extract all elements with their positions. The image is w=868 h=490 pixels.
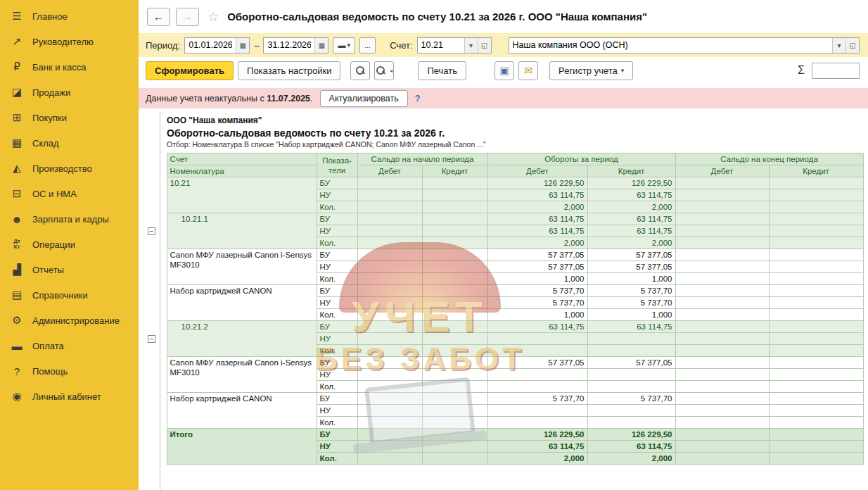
row-name[interactable]: 10.21	[167, 177, 317, 213]
chevron-down-icon[interactable]: ▾	[464, 38, 478, 53]
actualize-button[interactable]: Актуализировать	[320, 90, 408, 107]
value-cell[interactable]: 1,000	[487, 309, 587, 321]
value-cell[interactable]	[422, 357, 487, 369]
value-cell[interactable]	[675, 177, 769, 189]
value-cell[interactable]	[422, 441, 487, 453]
row-name[interactable]: Canon МФУ лазерный Canon i-Sensys MF3010	[167, 357, 317, 393]
value-cell[interactable]	[675, 249, 769, 261]
value-cell[interactable]	[769, 405, 863, 417]
sidebar-item-rukovoditelyu[interactable]: ↗Руководителю	[0, 29, 139, 54]
value-cell[interactable]	[357, 405, 422, 417]
value-cell[interactable]	[769, 249, 863, 261]
sidebar-item-prodazhi[interactable]: ◪Продажи	[0, 80, 139, 105]
calendar-icon[interactable]: ▦	[314, 38, 328, 53]
value-cell[interactable]	[769, 357, 863, 369]
period-from-input[interactable]	[185, 38, 236, 53]
sidebar-item-operacii[interactable]: Дт КтОперации	[0, 232, 139, 257]
value-cell[interactable]	[675, 405, 769, 417]
value-cell[interactable]	[769, 429, 863, 441]
favorite-star-icon[interactable]: ☆	[208, 9, 219, 25]
value-cell[interactable]	[769, 189, 863, 201]
value-cell[interactable]	[487, 345, 587, 357]
value-cell[interactable]: 63 114,75	[487, 321, 587, 333]
value-cell[interactable]: 63 114,75	[587, 213, 675, 225]
value-cell[interactable]	[422, 213, 487, 225]
value-cell[interactable]	[675, 213, 769, 225]
row-name[interactable]: 10.21.1	[167, 213, 317, 249]
value-cell[interactable]: 57 377,05	[487, 249, 587, 261]
sidebar-item-os-i-nma[interactable]: ⊟ОС и НМА	[0, 181, 139, 206]
value-cell[interactable]: 2,000	[487, 237, 587, 249]
value-cell[interactable]	[422, 369, 487, 381]
value-cell[interactable]: 63 114,75	[587, 189, 675, 201]
value-cell[interactable]: 63 114,75	[487, 441, 587, 453]
value-cell[interactable]	[675, 345, 769, 357]
value-cell[interactable]	[675, 201, 769, 213]
value-cell[interactable]	[769, 285, 863, 297]
value-cell[interactable]: 5 737,70	[587, 297, 675, 309]
value-cell[interactable]	[357, 309, 422, 321]
value-cell[interactable]	[675, 237, 769, 249]
value-cell[interactable]	[487, 369, 587, 381]
show-settings-button[interactable]: Показать настройки	[238, 61, 340, 80]
value-cell[interactable]	[357, 189, 422, 201]
value-cell[interactable]	[769, 237, 863, 249]
search-button[interactable]	[350, 61, 370, 80]
value-cell[interactable]	[422, 333, 487, 345]
value-cell[interactable]	[675, 369, 769, 381]
sidebar-item-oplata[interactable]: ▬Оплата	[0, 333, 139, 358]
value-cell[interactable]	[769, 177, 863, 189]
value-cell[interactable]	[769, 453, 863, 465]
register-menu-button[interactable]: Регистр учета ▾	[549, 61, 633, 80]
value-cell[interactable]: 5 737,70	[587, 393, 675, 405]
period-preset-button[interactable]: ▬▾	[333, 37, 355, 54]
period-more-button[interactable]: ...	[359, 37, 376, 54]
value-cell[interactable]	[587, 381, 675, 393]
value-cell[interactable]: 57 377,05	[587, 357, 675, 369]
value-cell[interactable]	[357, 429, 422, 441]
value-cell[interactable]	[422, 417, 487, 429]
value-cell[interactable]	[422, 225, 487, 237]
value-cell[interactable]	[422, 297, 487, 309]
value-cell[interactable]	[357, 237, 422, 249]
value-cell[interactable]: 126 229,50	[587, 429, 675, 441]
open-form-icon[interactable]: ◱	[478, 38, 491, 53]
value-cell[interactable]: 57 377,05	[587, 261, 675, 273]
value-cell[interactable]	[769, 297, 863, 309]
value-cell[interactable]	[675, 321, 769, 333]
value-cell[interactable]	[422, 381, 487, 393]
value-cell[interactable]	[422, 261, 487, 273]
value-cell[interactable]	[422, 429, 487, 441]
value-cell[interactable]	[422, 201, 487, 213]
value-cell[interactable]	[357, 213, 422, 225]
value-cell[interactable]: 57 377,05	[487, 261, 587, 273]
value-cell[interactable]	[422, 321, 487, 333]
value-cell[interactable]	[357, 225, 422, 237]
value-cell[interactable]	[675, 357, 769, 369]
value-cell[interactable]	[675, 309, 769, 321]
save-button[interactable]: ▣	[494, 61, 514, 80]
value-cell[interactable]	[675, 393, 769, 405]
value-cell[interactable]	[675, 417, 769, 429]
value-cell[interactable]	[675, 273, 769, 285]
value-cell[interactable]: 5 737,70	[487, 297, 587, 309]
value-cell[interactable]	[422, 453, 487, 465]
value-cell[interactable]	[769, 213, 863, 225]
send-email-button[interactable]: ✉	[518, 61, 538, 80]
value-cell[interactable]	[587, 369, 675, 381]
sidebar-item-pokupki[interactable]: ⊞Покупки	[0, 105, 139, 130]
value-cell[interactable]	[769, 441, 863, 453]
print-button[interactable]: Печать	[418, 61, 466, 80]
row-name[interactable]: Итого	[167, 429, 317, 465]
value-cell[interactable]	[675, 189, 769, 201]
value-cell[interactable]	[422, 393, 487, 405]
value-cell[interactable]	[422, 405, 487, 417]
sidebar-item-spravochniki[interactable]: ▤Справочники	[0, 282, 139, 308]
value-cell[interactable]	[422, 345, 487, 357]
value-cell[interactable]: 63 114,75	[587, 321, 675, 333]
value-cell[interactable]	[422, 285, 487, 297]
value-cell[interactable]	[769, 201, 863, 213]
value-cell[interactable]	[357, 261, 422, 273]
value-cell[interactable]: 126 229,50	[587, 177, 675, 189]
row-name[interactable]: Набор картриджей CANON	[167, 285, 317, 321]
